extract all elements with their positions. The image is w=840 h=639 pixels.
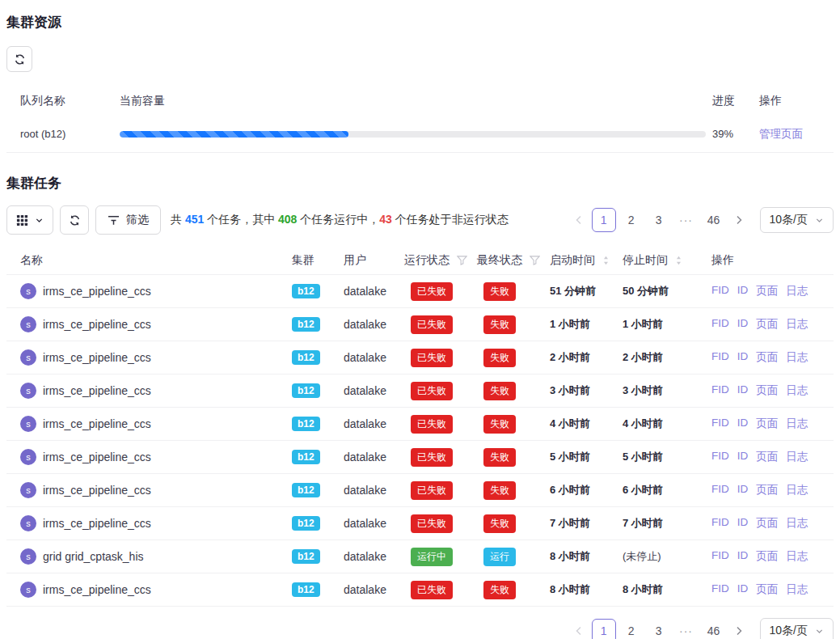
row-actions: FIDID页面日志 [711, 516, 834, 531]
row-actions: FIDID页面日志 [711, 582, 834, 597]
page-button-1[interactable]: 1 [592, 208, 616, 232]
log-link[interactable]: 日志 [786, 450, 808, 464]
page-link[interactable]: 页面 [756, 549, 778, 564]
id-link[interactable]: ID [737, 350, 749, 365]
task-name: irms_ce_pipeline_ccs [43, 318, 151, 331]
final-status-filter-icon[interactable] [530, 256, 540, 265]
page-ellipsis[interactable]: ··· [674, 619, 699, 639]
page-button-1[interactable]: 1 [592, 619, 616, 639]
resources-section-title: 集群资源 [6, 6, 834, 32]
resources-refresh-button[interactable] [6, 46, 32, 72]
filter-button[interactable]: 筛选 [95, 205, 161, 235]
page-button-46[interactable]: 46 [702, 619, 726, 639]
prev-page-button[interactable] [569, 208, 589, 232]
id-link[interactable]: ID [737, 317, 749, 332]
filter-button-label: 筛选 [126, 213, 149, 227]
page-link[interactable]: 页面 [756, 483, 778, 497]
next-page-button[interactable] [729, 208, 749, 232]
id-link[interactable]: ID [737, 582, 749, 597]
fid-link[interactable]: FID [711, 516, 729, 531]
page-link[interactable]: 页面 [756, 383, 778, 398]
log-link[interactable]: 日志 [786, 417, 808, 431]
progress-fill [120, 131, 348, 138]
stop-time: 50 分钟前 [623, 284, 711, 298]
stop-time: 7 小时前 [623, 516, 711, 531]
final-status-tag: 失败 [483, 282, 516, 301]
page-button-3[interactable]: 3 [647, 619, 671, 639]
fid-link[interactable]: FID [711, 350, 729, 365]
log-link[interactable]: 日志 [786, 284, 808, 298]
id-link[interactable]: ID [737, 483, 749, 497]
fid-link[interactable]: FID [711, 483, 729, 497]
page-link[interactable]: 页面 [756, 582, 778, 597]
log-link[interactable]: 日志 [786, 317, 808, 332]
task-table-row: s irms_ce_pipeline_ccs b12 datalake 已失败 … [6, 308, 834, 341]
progress-track [120, 131, 706, 138]
stop-time: 8 小时前 [623, 582, 711, 597]
view-mode-button[interactable] [6, 205, 53, 235]
row-actions: FIDID页面日志 [711, 383, 834, 398]
id-link[interactable]: ID [737, 549, 749, 564]
chevron-down-icon [815, 216, 824, 225]
page-button-2[interactable]: 2 [619, 619, 644, 639]
spark-avatar-icon: s [20, 349, 36, 366]
stop-time: 1 小时前 [623, 317, 711, 332]
run-status-filter-icon[interactable] [457, 256, 467, 265]
fid-link[interactable]: FID [711, 549, 729, 564]
log-link[interactable]: 日志 [786, 350, 808, 365]
task-table-row: s grid grid_cptask_his b12 datalake 运行中 … [6, 540, 834, 573]
fid-link[interactable]: FID [711, 284, 729, 298]
start-time-sort-icon[interactable] [602, 255, 610, 266]
page-size-select[interactable]: 10条/页 [760, 207, 834, 233]
tasks-table-header: 名称 集群 用户 运行状态 最终状态 启动时间 [6, 246, 834, 275]
stop-time-sort-icon[interactable] [675, 255, 682, 266]
id-link[interactable]: ID [737, 417, 749, 431]
next-page-button[interactable] [729, 619, 749, 639]
spark-avatar-icon: s [20, 383, 36, 399]
prev-page-button[interactable] [569, 619, 589, 639]
page-link[interactable]: 页面 [756, 284, 778, 298]
page-link[interactable]: 页面 [756, 450, 778, 464]
page-link[interactable]: 页面 [756, 516, 778, 531]
log-link[interactable]: 日志 [786, 516, 808, 531]
col-progress: 进度 [706, 94, 753, 108]
log-link[interactable]: 日志 [786, 383, 808, 398]
log-link[interactable]: 日志 [786, 483, 808, 497]
refresh-icon [69, 214, 81, 226]
fid-link[interactable]: FID [711, 417, 729, 431]
chevron-down-icon [815, 627, 824, 636]
col-cluster: 集群 [292, 253, 344, 268]
col-stop-time: 停止时间 [623, 253, 668, 268]
page-button-46[interactable]: 46 [702, 208, 726, 232]
fid-link[interactable]: FID [711, 383, 729, 398]
run-status-tag: 已失败 [411, 481, 453, 500]
page: 集群资源 队列名称 当前容量 进度 操作 root (b12) [0, 0, 840, 639]
page-link[interactable]: 页面 [756, 417, 778, 431]
task-table-row: s irms_ce_pipeline_ccs b12 datalake 已失败 … [6, 474, 834, 507]
page-size-select[interactable]: 10条/页 [760, 618, 834, 639]
page-link[interactable]: 页面 [756, 317, 778, 332]
page-ellipsis[interactable]: ··· [674, 208, 699, 232]
manage-page-link[interactable]: 管理页面 [759, 128, 803, 140]
fid-link[interactable]: FID [711, 317, 729, 332]
id-link[interactable]: ID [737, 383, 749, 398]
fid-link[interactable]: FID [711, 450, 729, 464]
cluster-badge: b12 [292, 450, 320, 464]
log-link[interactable]: 日志 [786, 582, 808, 597]
stop-time: 2 小时前 [623, 350, 711, 365]
id-link[interactable]: ID [737, 450, 749, 464]
log-link[interactable]: 日志 [786, 549, 808, 564]
fid-link[interactable]: FID [711, 582, 729, 597]
tasks-refresh-button[interactable] [60, 205, 89, 235]
start-time: 5 小时前 [550, 450, 623, 464]
page-button-2[interactable]: 2 [619, 208, 644, 232]
cluster-badge: b12 [292, 549, 320, 564]
task-name: irms_ce_pipeline_ccs [43, 517, 151, 530]
total-task-count: 451 [185, 213, 204, 226]
page-button-3[interactable]: 3 [647, 208, 671, 232]
id-link[interactable]: ID [737, 516, 749, 531]
page-link[interactable]: 页面 [756, 350, 778, 365]
row-actions: FIDID页面日志 [711, 450, 834, 464]
id-link[interactable]: ID [737, 284, 749, 298]
start-time: 3 小时前 [550, 383, 623, 398]
